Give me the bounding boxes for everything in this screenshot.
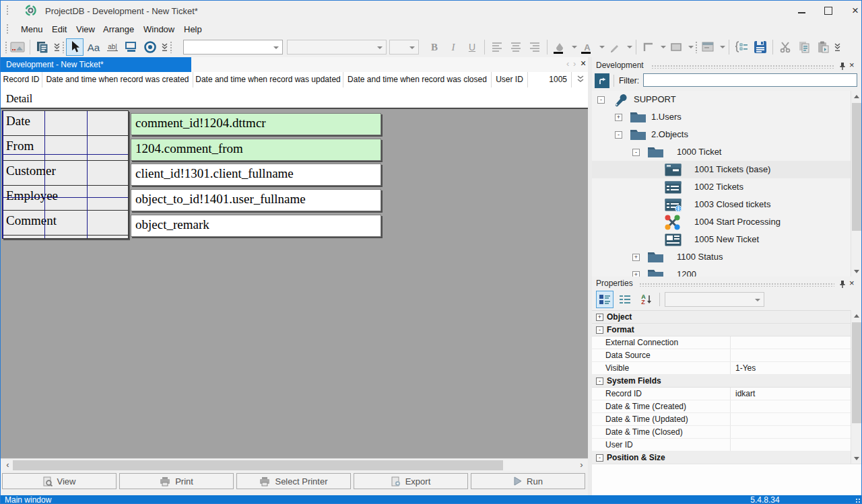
scrollbar-thumb[interactable] xyxy=(13,460,503,470)
pin-icon[interactable] xyxy=(838,61,847,73)
button-tool-icon[interactable] xyxy=(123,38,140,56)
tree-item-label[interactable]: 1100 Status xyxy=(677,252,723,262)
table-row[interactable]: Comment xyxy=(3,211,128,236)
property-value[interactable] xyxy=(730,426,851,438)
maximize-button[interactable] xyxy=(814,1,842,21)
development-panel-header[interactable]: Development × xyxy=(592,59,862,72)
tree-expander[interactable]: + xyxy=(632,254,640,261)
scroll-left-icon[interactable]: ‹ xyxy=(2,459,13,472)
property-value[interactable] xyxy=(730,413,851,425)
sort-az-button[interactable]: AZ xyxy=(638,291,655,308)
property-value[interactable] xyxy=(730,439,851,451)
column-user-id[interactable]: User ID xyxy=(492,72,528,87)
label-table[interactable]: Date From Customer Employee Comment xyxy=(2,110,129,239)
tree-item-objects[interactable]: - 2.Objects xyxy=(592,126,851,143)
tree-item-1002-tickets[interactable]: 1002 Tickets xyxy=(592,178,851,196)
column-closed[interactable]: Date and time when record was closed xyxy=(343,72,492,87)
minimize-button[interactable] xyxy=(787,1,816,21)
tree-item-label[interactable]: 1.Users xyxy=(651,112,682,122)
tree-item-users[interactable]: + 1.Users xyxy=(592,108,851,126)
toolbar-overflow-icon[interactable] xyxy=(833,43,841,51)
frame-tool-icon[interactable] xyxy=(667,38,685,56)
tree-item-1100-status[interactable]: + 1100 Status xyxy=(592,248,851,266)
border-style-dropdown[interactable] xyxy=(661,46,666,48)
tree-item-label[interactable]: SUPPORT xyxy=(634,94,676,104)
font-color-icon[interactable]: A xyxy=(578,38,596,56)
scroll-up-icon[interactable] xyxy=(851,91,862,102)
field-list-icon[interactable] xyxy=(733,38,750,56)
border-style-icon[interactable] xyxy=(640,38,657,56)
tree-item-1000-ticket[interactable]: - 1000 Ticket xyxy=(592,143,851,161)
filter-input[interactable] xyxy=(643,73,857,87)
category-expander[interactable]: - xyxy=(596,454,603,462)
tree-item-support[interactable]: - SUPPORT xyxy=(592,91,851,108)
toolbar-overflow-icon[interactable] xyxy=(53,43,61,51)
tree-expander[interactable]: - xyxy=(615,131,622,139)
properties-panel-close-icon[interactable]: × xyxy=(849,278,855,288)
picture-tool-icon[interactable] xyxy=(9,38,26,56)
menu-item-edit[interactable]: Edit xyxy=(49,23,69,36)
tab-scroll-left-icon[interactable]: ‹ xyxy=(566,59,569,69)
font-color-dropdown[interactable] xyxy=(599,46,605,48)
tree-item-1004-start-processing[interactable]: 1004 Start Processing xyxy=(592,213,851,231)
tree-expander[interactable]: + xyxy=(615,114,622,121)
bound-field-employee[interactable]: object_to_id!1401.user_fullname xyxy=(131,189,381,211)
tree-item-label[interactable]: 1200 xyxy=(677,269,696,277)
tree-item-label[interactable]: 1000 Ticket xyxy=(677,147,722,157)
scrollbar-thumb[interactable] xyxy=(852,322,861,423)
scrollbar-thumb[interactable] xyxy=(852,103,861,231)
menu-item-arrange[interactable]: Arrange xyxy=(100,23,137,36)
category-row-position-size[interactable]: - Position & Size xyxy=(592,452,851,464)
categorized-view-button[interactable] xyxy=(596,291,614,308)
tree-expander[interactable]: + xyxy=(632,271,640,277)
paste-icon[interactable] xyxy=(814,38,832,56)
bound-field-comment[interactable]: object_remark xyxy=(131,215,381,237)
tree-item-1003-closed-tickets[interactable]: 1003 Closed tickets xyxy=(592,196,851,213)
property-row[interactable]: Date & Time (Closed) xyxy=(592,426,851,439)
category-expander[interactable]: - xyxy=(596,326,603,334)
horizontal-scrollbar[interactable]: ‹ › xyxy=(1,458,588,472)
bound-field-date[interactable]: comment_id!1204.dttmcr xyxy=(131,113,381,135)
category-row-system-fields[interactable]: - System Fields xyxy=(592,375,851,388)
development-panel-close-icon[interactable]: × xyxy=(849,60,855,70)
layers-tool-icon[interactable] xyxy=(34,38,51,56)
scroll-down-icon[interactable] xyxy=(851,266,862,277)
menu-item-window[interactable]: Window xyxy=(141,23,177,36)
bound-field-customer[interactable]: client_id!1301.client_fullname xyxy=(131,164,381,186)
italic-icon[interactable]: I xyxy=(444,38,462,56)
select-printer-button[interactable]: Select Printer xyxy=(236,473,351,489)
form-settings-icon[interactable] xyxy=(699,38,717,56)
menu-item-menu[interactable]: Menu xyxy=(18,23,46,36)
menu-item-help[interactable]: Help xyxy=(181,23,205,36)
locate-object-button[interactable] xyxy=(595,73,609,88)
category-row-object[interactable]: + Object xyxy=(592,311,851,324)
table-row[interactable]: Date xyxy=(3,111,128,136)
form-settings-dropdown[interactable] xyxy=(720,46,725,48)
tree-item-label[interactable]: 1004 Start Processing xyxy=(694,217,781,227)
scroll-up-icon[interactable] xyxy=(851,310,862,321)
bold-icon[interactable]: B xyxy=(426,38,443,56)
tree-scrollbar[interactable] xyxy=(851,91,861,277)
scroll-right-icon[interactable]: › xyxy=(576,459,587,472)
textbox-tool-icon[interactable]: ab| xyxy=(104,38,121,56)
print-button[interactable]: Print xyxy=(119,473,234,489)
property-row[interactable]: Record ID idkart xyxy=(592,388,851,400)
header-overflow-icon[interactable] xyxy=(576,75,585,87)
export-button[interactable]: Export xyxy=(354,473,468,489)
tree-item-label[interactable]: 1003 Closed tickets xyxy=(694,199,770,209)
tree-item-1001-tickets-base[interactable]: 1001 Tickets (base) xyxy=(592,161,851,178)
property-row[interactable]: Visible 1-Yes xyxy=(592,362,851,375)
column-form-number[interactable]: 1005 xyxy=(528,72,572,87)
toolbar-overflow-icon[interactable] xyxy=(160,43,168,51)
font-name-combobox[interactable] xyxy=(287,40,387,55)
property-row[interactable]: User ID xyxy=(592,439,851,452)
property-value[interactable] xyxy=(730,349,851,361)
frame-tool-dropdown[interactable] xyxy=(688,46,694,48)
align-left-icon[interactable] xyxy=(488,38,506,56)
properties-panel-header[interactable]: Properties × xyxy=(592,277,862,290)
cut-icon[interactable] xyxy=(776,38,794,56)
copy-icon[interactable] xyxy=(795,38,813,56)
column-created[interactable]: Date and time when record was created xyxy=(42,72,193,87)
scroll-down-icon[interactable] xyxy=(851,453,862,464)
highlight-pen-dropdown[interactable] xyxy=(627,46,632,48)
